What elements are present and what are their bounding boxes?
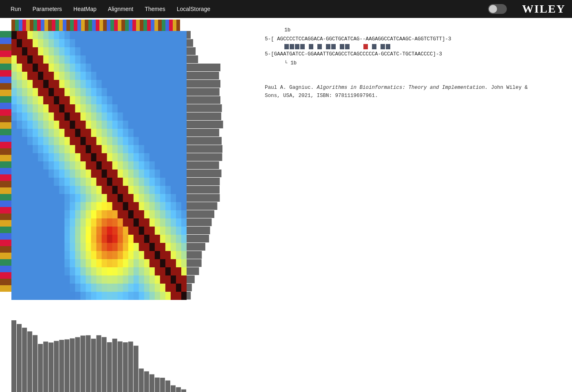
alignment-blocks-row	[265, 44, 560, 49]
citation-text: Paul A. Gagniuc. Algorithms in Bioinform…	[265, 84, 542, 100]
nav-heatmap[interactable]: HeatMap	[68, 0, 102, 18]
toggle-track[interactable]	[488, 4, 507, 14]
alignment-display: 1b 5-[ AGCCCCTCCAGGACA-GGCTGCATCAG--AAGA…	[265, 26, 560, 67]
nav-run[interactable]: Run	[5, 0, 27, 18]
citation-title: Algorithms in Bioinformatics: Theory and…	[317, 85, 488, 90]
wiley-logo: WILEY	[522, 2, 565, 15]
heatmap-canvas	[11, 31, 187, 300]
citation-author: Paul A. Gagniuc.	[265, 85, 314, 90]
main-content: 1b 5-[ AGCCCCTCCAGGACA-GGCTGCATCAG--AAGA…	[0, 18, 572, 392]
heatmap-wrapper	[11, 31, 187, 300]
color-strip-top	[11, 20, 187, 31]
label-top: 1b	[284, 27, 290, 33]
alignment-line2: 5-[ GAAATGATCC-GGAAATTGCAGCCTCAGCCCCCA-G…	[265, 50, 560, 58]
bottom-histogram	[11, 300, 187, 392]
nav-parameters[interactable]: Parameters	[27, 0, 68, 18]
left-color-bar	[0, 31, 11, 327]
line2-seq: GAAATGATCC-GGAAATTGCAGCCTCAGCCCCCA-GCCAT…	[274, 50, 442, 58]
label-bottom: └ 1b	[284, 60, 297, 66]
nav-themes[interactable]: Themes	[139, 0, 171, 18]
line1-seq: AGCCCCTCCAGGACA-GGCTGCATCAG--AAGAGGCCATC…	[277, 35, 451, 43]
alignment-line1: 5-[ AGCCCCTCCAGGACA-GGCTGCATCAG--AAGAGGC…	[265, 35, 560, 43]
toggle-switch[interactable]	[488, 4, 507, 14]
right-histogram	[187, 31, 244, 300]
line2-prefix: 5-[	[265, 50, 274, 58]
nav-localstorage[interactable]: LocalStorage	[171, 0, 216, 18]
navigation-bar: Run Parameters HeatMap Alignment Themes …	[0, 0, 572, 18]
line1-prefix: 5-[	[265, 35, 277, 43]
visualization-panel	[0, 18, 253, 392]
info-panel: 1b 5-[ AGCCCCTCCAGGACA-GGCTGCATCAG--AAGA…	[253, 18, 572, 392]
toggle-thumb	[489, 5, 497, 13]
nav-alignment[interactable]: Alignment	[102, 0, 139, 18]
